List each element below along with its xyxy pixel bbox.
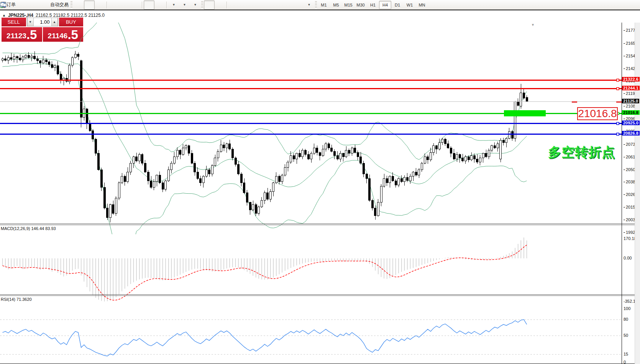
candle-body bbox=[508, 132, 510, 138]
candle-body bbox=[374, 208, 376, 215]
timeframe-button-h4[interactable]: H4 bbox=[379, 1, 391, 9]
timeframe-button-mn[interactable]: MN bbox=[416, 1, 428, 9]
trading-terminal-window: 新订单 自动交易 bbox=[0, 0, 640, 364]
text-label-button[interactable]: T bbox=[293, 0, 304, 10]
candle-body bbox=[188, 146, 190, 153]
candle-body bbox=[491, 146, 493, 150]
auto-trade-button[interactable]: 自动交易 bbox=[49, 0, 70, 10]
line-chart-button[interactable] bbox=[95, 0, 105, 10]
candle-body bbox=[517, 102, 519, 106]
text-button[interactable]: A bbox=[282, 0, 293, 10]
line-handle[interactable] bbox=[617, 79, 619, 81]
candle-body bbox=[447, 144, 449, 148]
tile-windows-button[interactable] bbox=[130, 0, 141, 10]
market-watch-button[interactable] bbox=[28, 0, 38, 10]
candle-body bbox=[354, 148, 356, 152]
candle-body bbox=[383, 178, 385, 186]
collapse-icon[interactable]: ▲ bbox=[2, 13, 6, 17]
zoom-in-button[interactable] bbox=[108, 0, 119, 10]
bar-chart-button[interactable] bbox=[73, 0, 84, 10]
trendline-button[interactable] bbox=[250, 0, 261, 10]
fibonacci-button[interactable]: F bbox=[271, 0, 282, 10]
vertical-line-button[interactable] bbox=[228, 0, 239, 10]
timeframe-button-m5[interactable]: M5 bbox=[330, 1, 342, 9]
price-line-badge: 21322.6 bbox=[622, 77, 640, 82]
timeframe-button-d1[interactable]: D1 bbox=[391, 1, 404, 9]
candle-body bbox=[418, 170, 420, 175]
candle-body bbox=[39, 61, 41, 63]
candle-body bbox=[424, 157, 426, 163]
line-handle[interactable] bbox=[617, 133, 619, 135]
dropdown-caret-icon: ▼ bbox=[172, 3, 176, 7]
candle-body bbox=[494, 146, 496, 148]
candle-body bbox=[60, 74, 62, 80]
equidistant-channel-button[interactable]: E bbox=[261, 0, 271, 10]
candle-body bbox=[438, 142, 440, 149]
candle-body bbox=[497, 144, 499, 148]
pane-separator[interactable] bbox=[0, 294, 635, 295]
rsi-pane[interactable] bbox=[0, 307, 635, 363]
arrows-button[interactable]: ▼ bbox=[304, 0, 314, 10]
candle-body bbox=[360, 157, 362, 163]
candle-body bbox=[124, 176, 126, 182]
candle-body bbox=[13, 57, 15, 59]
timeframe-button-w1[interactable]: W1 bbox=[404, 1, 416, 9]
candle-body bbox=[395, 181, 397, 185]
green-highlight-rect[interactable] bbox=[504, 110, 546, 116]
price-line-badge: 21016.8 bbox=[622, 110, 640, 115]
candle-body bbox=[386, 178, 388, 183]
price-line-badge: 21125.0 bbox=[622, 99, 639, 103]
indicators-button[interactable]: ▼ bbox=[168, 0, 179, 10]
price-callout[interactable]: 21016.8 bbox=[577, 107, 618, 120]
template-button[interactable]: ▼ bbox=[190, 0, 200, 10]
zoom-out-button[interactable] bbox=[119, 0, 130, 10]
crosshair-button[interactable] bbox=[215, 0, 225, 10]
rsi-axis-label: 50 bbox=[624, 333, 628, 338]
chart-window: ▲ JPN225-,H4 21162.5 21182.5 21122.5 211… bbox=[0, 11, 640, 362]
candle-body bbox=[325, 144, 327, 149]
line-handle[interactable] bbox=[617, 88, 619, 90]
candle-body bbox=[462, 158, 464, 161]
timeframe-group: M1M5M15M30H1H4D1W1MN bbox=[318, 1, 428, 9]
chart-shift-marker[interactable]: ▼ bbox=[531, 23, 535, 27]
timeframe-button-m15[interactable]: M15 bbox=[342, 1, 354, 9]
candle-body bbox=[95, 139, 97, 153]
candle-body bbox=[214, 158, 216, 165]
pane-separator[interactable] bbox=[0, 225, 635, 225]
candle-body bbox=[392, 176, 394, 181]
macd-label: MACD(12,26,9) 146.44 83.93 bbox=[1, 226, 56, 231]
candle-body bbox=[86, 109, 88, 124]
line-handle[interactable] bbox=[617, 122, 619, 125]
candle-body bbox=[167, 170, 169, 181]
rsi-axis-label: 15 bbox=[624, 352, 628, 356]
turning-point-note[interactable]: 多空转折点 bbox=[548, 144, 615, 161]
candle-body bbox=[363, 163, 364, 174]
chat-icon[interactable] bbox=[0, 2, 7, 8]
candle-body bbox=[69, 65, 71, 82]
price-chart-pane[interactable] bbox=[0, 23, 635, 234]
candle-body bbox=[100, 170, 102, 188]
pane-separator[interactable] bbox=[0, 224, 635, 224]
candle-body bbox=[31, 56, 33, 57]
timeframe-button-m1[interactable]: M1 bbox=[318, 1, 330, 9]
pane-separator[interactable] bbox=[0, 295, 635, 296]
candle-body bbox=[19, 58, 21, 60]
candle-body bbox=[182, 148, 184, 155]
candle-body bbox=[229, 144, 231, 149]
broadcast-button[interactable] bbox=[38, 0, 49, 10]
cursor-button[interactable] bbox=[204, 0, 215, 10]
horizontal-line-button[interactable] bbox=[239, 0, 250, 10]
auto-scroll-button[interactable] bbox=[144, 0, 154, 10]
macd-pane[interactable] bbox=[0, 236, 635, 305]
timeframe-button-h1[interactable]: H1 bbox=[367, 1, 379, 9]
toolbar-separator bbox=[107, 2, 107, 8]
candle-chart-button[interactable] bbox=[84, 0, 95, 10]
candle-body bbox=[133, 157, 135, 163]
gold-button[interactable] bbox=[17, 0, 28, 10]
chart-shift-button[interactable] bbox=[154, 0, 165, 10]
period-button[interactable]: ▼ bbox=[179, 0, 190, 10]
candle-body bbox=[482, 153, 484, 158]
candle-body bbox=[57, 66, 59, 74]
timeframe-button-m30[interactable]: M30 bbox=[354, 1, 367, 9]
candle-body bbox=[267, 193, 269, 199]
